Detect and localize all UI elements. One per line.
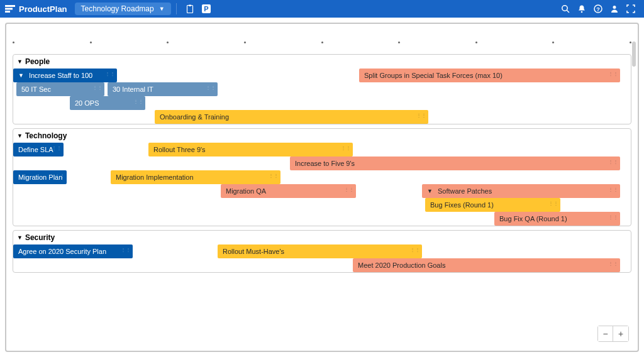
svg-point-9 — [581, 11, 583, 13]
lane-row: Migration QA⋮⋮◦▼Software Patches⋮⋮ — [13, 184, 631, 198]
timeline-bar[interactable]: Rollout Must-Have's⋮⋮◦ — [218, 244, 422, 258]
timeline-bar[interactable]: Agree on 2020 Security Plan⋮⋮◦ — [13, 244, 133, 258]
timeline-ticks — [13, 41, 631, 45]
lane-row: ▼Increase Staff to 100⋮⋮Split Groups in … — [13, 69, 631, 82]
search-icon[interactable] — [560, 3, 571, 14]
grip-icon: ⋮⋮ — [608, 159, 618, 165]
topbar: ProductPlan Technology Roadmap ▼ P ? — [0, 0, 644, 18]
grip-icon: ⋮⋮ — [344, 187, 354, 192]
bar-label: Migration Implementation — [116, 173, 194, 181]
grip-icon: ⋮⋮ — [608, 214, 618, 220]
grip-icon: ⋮⋮ — [269, 173, 279, 178]
grip-icon: ⋮⋮ — [121, 247, 131, 253]
chevron-down-icon: ▼ — [159, 6, 165, 12]
grip-icon: ⋮⋮ — [55, 173, 65, 178]
bar-label: Bug Fix QA (Round 1) — [499, 215, 567, 222]
timeline-bar[interactable]: Increase to Five 9's⋮⋮ — [290, 157, 620, 170]
zoom-in-button[interactable]: + — [613, 326, 628, 341]
lane-row: 20 OPS⋮⋮ — [13, 96, 631, 110]
lane-row: Onboarding & Training⋮⋮ — [13, 110, 631, 124]
lane-header[interactable]: ▼Security — [13, 231, 631, 244]
svg-text:?: ? — [596, 6, 600, 13]
bar-label: 30 Internal IT — [113, 85, 153, 93]
lane-title: Technology — [25, 131, 67, 140]
user-icon[interactable] — [609, 3, 620, 14]
timeline-bar[interactable]: Meet 2020 Production Goals⋮⋮ — [353, 258, 620, 272]
grip-icon: ⋮⋮ — [52, 145, 62, 151]
bar-label: Increase Staff to 100 — [29, 72, 92, 79]
fullscreen-icon[interactable] — [625, 3, 636, 14]
chevron-down-icon: ▼ — [18, 72, 24, 79]
bar-label: Increase to Five 9's — [295, 160, 355, 167]
lane-body: Define SLA⋮⋮Rollout Three 9's⋮⋮Increase … — [13, 143, 631, 226]
zoom-control: − + — [597, 326, 629, 342]
zoom-out-button[interactable]: − — [598, 326, 613, 341]
svg-point-12 — [613, 6, 616, 9]
timeline-bar[interactable]: Migration Implementation⋮⋮◦◦ — [111, 170, 280, 184]
timeline-bar[interactable]: Migration Plan⋮⋮◦ — [13, 170, 67, 184]
timeline-bar[interactable]: 50 IT Sec⋮⋮ — [16, 82, 104, 96]
grip-icon: ⋮⋮ — [608, 71, 618, 77]
timeline-bar[interactable]: Bug Fix QA (Round 1)⋮⋮ — [494, 212, 620, 226]
bar-label: 20 OPS — [75, 99, 99, 107]
svg-rect-1 — [5, 8, 13, 10]
canvas[interactable]: ▼People▼Increase Staff to 100⋮⋮Split Gro… — [5, 23, 639, 352]
lane-row: Increase to Five 9's⋮⋮ — [13, 157, 631, 170]
bell-icon[interactable] — [576, 3, 587, 14]
bar-label: Rollout Must-Have's — [223, 248, 284, 255]
grip-icon: ⋮⋮ — [548, 200, 558, 206]
timeline-bar[interactable]: Rollout Three 9's⋮⋮ — [148, 143, 353, 157]
canvas-wrap: ▼People▼Increase Staff to 100⋮⋮Split Gro… — [0, 18, 644, 357]
bar-label: Agree on 2020 Security Plan — [18, 248, 106, 255]
bar-label: Onboarding & Training — [160, 113, 229, 121]
timeline-bar[interactable]: 30 Internal IT⋮⋮ — [108, 82, 218, 96]
grip-icon: ⋮⋮ — [608, 187, 618, 192]
svg-rect-0 — [5, 5, 15, 7]
bar-label: Define SLA — [18, 146, 53, 153]
timeline-bar[interactable]: Define SLA⋮⋮ — [13, 143, 64, 157]
lane-header[interactable]: ▼People — [13, 55, 631, 69]
scroll-thumb[interactable] — [632, 41, 636, 67]
roadmap-name: Technology Roadmap — [81, 4, 154, 13]
svg-rect-2 — [5, 11, 10, 13]
mini-scrollbar[interactable] — [631, 41, 636, 349]
clipboard-icon[interactable] — [184, 3, 196, 14]
lane-group: ▼People▼Increase Staff to 100⋮⋮Split Gro… — [13, 54, 631, 124]
lane-row: Migration Plan⋮⋮◦Migration Implementatio… — [13, 170, 631, 184]
timeline-bar[interactable]: 20 OPS⋮⋮ — [70, 96, 145, 110]
lane-row: Agree on 2020 Security Plan⋮⋮◦Rollout Mu… — [13, 244, 631, 258]
bar-label: Software Patches — [438, 187, 492, 195]
bar-label: Meet 2020 Production Goals — [358, 261, 445, 269]
roadmap-selector[interactable]: Technology Roadmap ▼ — [75, 3, 171, 15]
divider — [176, 3, 177, 14]
timeline-bar[interactable]: ▼Increase Staff to 100⋮⋮ — [13, 69, 117, 82]
chevron-down-icon: ▼ — [427, 188, 433, 194]
timeline-bar[interactable]: Migration QA⋮⋮◦ — [221, 184, 356, 198]
bar-label: Split Groups in Special Task Forces (max… — [364, 72, 502, 79]
bar-label: 50 IT Sec — [21, 85, 51, 93]
svg-point-7 — [562, 6, 567, 11]
timeline-bar[interactable]: Split Groups in Special Task Forces (max… — [359, 69, 620, 82]
timeline-bar[interactable]: Onboarding & Training⋮⋮ — [155, 110, 428, 124]
svg-rect-3 — [187, 6, 192, 13]
lane-body: Agree on 2020 Security Plan⋮⋮◦Rollout Mu… — [13, 244, 631, 272]
grip-icon: ⋮⋮ — [105, 71, 115, 77]
grip-icon: ⋮⋮ — [206, 85, 216, 91]
svg-line-8 — [567, 10, 569, 13]
lane-body: ▼Increase Staff to 100⋮⋮Split Groups in … — [13, 69, 631, 124]
brand-name: ProductPlan — [19, 4, 67, 14]
chevron-down-icon: ▼ — [17, 58, 23, 65]
help-icon[interactable]: ? — [592, 3, 604, 14]
brand[interactable]: ProductPlan — [5, 4, 67, 14]
grip-icon: ⋮⋮ — [341, 145, 351, 151]
timeline-bar[interactable]: ▼Software Patches⋮⋮ — [422, 184, 620, 198]
lane-header[interactable]: ▼Technology — [13, 129, 631, 143]
bar-label: Bug Fixes (Round 1) — [430, 201, 494, 209]
timeline-bar[interactable]: Bug Fixes (Round 1)⋮⋮ — [425, 198, 560, 212]
lane-title: Security — [25, 233, 55, 242]
lane-row: Meet 2020 Production Goals⋮⋮ — [13, 258, 631, 272]
grip-icon: ⋮⋮ — [410, 247, 420, 253]
lane-group: ▼TechnologyDefine SLA⋮⋮Rollout Three 9's… — [13, 128, 631, 226]
grip-icon: ⋮⋮ — [608, 261, 618, 266]
parking-icon[interactable]: P — [201, 3, 212, 14]
